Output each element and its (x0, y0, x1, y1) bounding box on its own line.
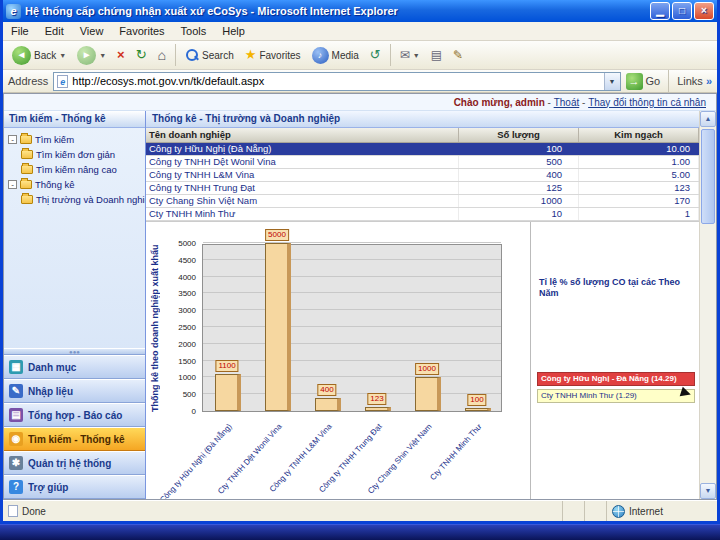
greeting-separator: - (545, 97, 554, 108)
table-row[interactable]: Công ty TNHH Dệt Wonil Vina5001.00 (146, 156, 699, 169)
nav-button-label: Trợ giúp (28, 482, 68, 493)
links-menu[interactable]: Links » (677, 75, 712, 87)
back-button[interactable]: ◄ Back ▼ (7, 43, 71, 68)
scrollbar-track[interactable] (700, 127, 716, 483)
address-dropdown-icon[interactable]: ▼ (604, 73, 620, 90)
menu-item-favorites[interactable]: Favorites (111, 23, 172, 39)
y-axis-tick-label: 3000 (146, 306, 196, 315)
folder-icon (20, 180, 32, 189)
tree-expander-icon[interactable]: - (8, 180, 17, 189)
table-row[interactable]: Công ty Hữu Nghị (Đà Nẵng)10010.00 (146, 143, 699, 156)
refresh-button[interactable]: ↻ (131, 43, 152, 67)
nav-button-report[interactable]: ▤Tổng hợp - Báo cáo (4, 403, 145, 427)
splitter-grip[interactable]: ●●● (4, 348, 145, 355)
bar-value-label: 5000 (265, 229, 289, 241)
table-row[interactable]: Cty Chang Shin Việt Nam1000170 (146, 195, 699, 208)
address-url[interactable]: http://ecosys.mot.gov.vn/tk/default.aspx (72, 75, 599, 87)
y-axis-tick-label: 500 (146, 390, 196, 399)
y-axis-tick-label: 4500 (146, 256, 196, 265)
tree-item[interactable]: -Thống kê (4, 177, 145, 192)
chart-bar[interactable] (265, 243, 291, 411)
bar-value-label: 1100 (215, 360, 238, 372)
tree-item[interactable]: -Tìm kiếm (4, 132, 145, 147)
legend-item[interactable]: Công ty Hữu Nghị - Đà Nẵng (14.29) (537, 372, 695, 386)
tree-item[interactable]: Tìm kiếm đơn giản (4, 147, 145, 162)
menu-item-help[interactable]: Help (214, 23, 253, 39)
document-icon (8, 505, 18, 517)
history-button[interactable]: ↺ (365, 43, 386, 67)
back-dropdown-icon[interactable]: ▼ (59, 52, 66, 59)
chart-bar[interactable] (315, 398, 341, 411)
nav-button-catalog[interactable]: ▦Danh mục (4, 355, 145, 379)
favorites-button[interactable]: ★ Favorites (240, 43, 306, 67)
cell-turnover: 10.00 (579, 143, 699, 155)
chart-legend: Công ty Hữu Nghị - Đà Nẵng (14.29)Cty TN… (537, 372, 695, 403)
title-bar[interactable]: e Hệ thống cấp chứng nhận xuất xứ eCoSys… (3, 0, 717, 22)
menu-item-file[interactable]: File (3, 23, 37, 39)
main-panel: Thống kê - Thị trường và Doanh nghiệp Tê… (146, 111, 699, 499)
forward-dropdown-icon[interactable]: ▼ (99, 52, 106, 59)
tree-item[interactable]: Tìm kiếm nâng cao (4, 162, 145, 177)
minimize-button[interactable]: ▁ (650, 2, 670, 20)
vertical-scrollbar[interactable]: ▲ ▼ (699, 111, 716, 499)
column-header[interactable]: Tên doanh nghiệp (146, 128, 459, 142)
cell-turnover: 5.00 (579, 169, 699, 181)
edit-button[interactable]: ✎ (448, 43, 468, 67)
stop-button[interactable]: × (112, 43, 130, 67)
status-message-pane: Done (3, 501, 563, 521)
cell-turnover: 1.00 (579, 156, 699, 168)
go-label: Go (646, 75, 661, 87)
edit-icon: ✎ (453, 46, 463, 64)
home-button[interactable]: ⌂ (153, 43, 171, 67)
y-axis-tick-label: 2500 (146, 323, 196, 332)
mail-button[interactable]: ✉▼ (395, 43, 425, 67)
table-row[interactable]: Cty TNHH Minh Thư101 (146, 208, 699, 221)
table-row[interactable]: Công ty TNHH L&M Vina4005.00 (146, 169, 699, 182)
scrollbar-thumb[interactable] (701, 129, 715, 224)
nav-button-label: Tổng hợp - Báo cáo (28, 410, 122, 421)
go-button[interactable]: → Go (626, 73, 661, 90)
chart-bar[interactable] (215, 374, 241, 411)
y-axis-tick-label: 3500 (146, 289, 196, 298)
close-button[interactable]: × (694, 2, 714, 20)
logout-link[interactable]: Thoát (554, 97, 580, 108)
menu-item-tools[interactable]: Tools (173, 23, 215, 39)
chart-bar[interactable] (465, 408, 491, 411)
mail-dropdown-icon[interactable]: ▼ (413, 52, 420, 59)
column-header[interactable]: Kim ngạch (579, 128, 699, 142)
legend-item[interactable]: Cty TNHH Minh Thư (1.29) (537, 389, 695, 403)
menu-item-view[interactable]: View (72, 23, 112, 39)
menu-item-edit[interactable]: Edit (37, 23, 72, 39)
taskbar[interactable] (0, 524, 720, 540)
maximize-button[interactable]: □ (672, 2, 692, 20)
tree-expander-icon[interactable]: - (8, 135, 17, 144)
nav-button-help[interactable]: ?Trợ giúp (4, 475, 145, 499)
forward-button[interactable]: ► ▼ (72, 43, 111, 68)
zone-text: Internet (629, 506, 663, 517)
address-input[interactable]: e http://ecosys.mot.gov.vn/tk/default.as… (53, 72, 620, 91)
chart-section: Thống kê theo doanh nghiệp xuất khẩu 050… (146, 221, 699, 499)
nav-button-input[interactable]: ✎Nhập liệu (4, 379, 145, 403)
page-content: Chào mừng, admin - Thoát - Thay đổi thôn… (3, 93, 717, 500)
nav-button-search-stats[interactable]: ◉Tìm kiếm - Thống kê (4, 427, 145, 451)
search-button[interactable]: Search (180, 45, 239, 65)
column-header[interactable]: Số lượng (459, 128, 579, 142)
print-button[interactable]: ▤ (426, 43, 447, 67)
scroll-up-button[interactable]: ▲ (700, 111, 716, 127)
scroll-down-button[interactable]: ▼ (700, 483, 716, 499)
cell-company-name: Công ty TNHH Trung Đạt (146, 182, 459, 194)
chart-bar[interactable] (415, 377, 441, 411)
y-axis-tick-label: 1500 (146, 357, 196, 366)
sidebar-header: Tìm kiếm - Thống kê (4, 111, 145, 128)
media-button[interactable]: ♪ Media (307, 44, 364, 67)
table-row[interactable]: Công ty TNHH Trung Đạt125123 (146, 182, 699, 195)
nav-button-admin[interactable]: ✱Quản trị hệ thống (4, 451, 145, 475)
chart-title: Tỉ lệ % số lượng CO tại các Theo Năm (539, 277, 695, 299)
nav-button-label: Nhập liệu (28, 386, 73, 397)
chart-bar[interactable] (365, 407, 391, 411)
cell-quantity: 10 (459, 208, 579, 220)
tree-item[interactable]: Thị trường và Doanh nghiệp (4, 192, 145, 207)
bar-value-label: 400 (317, 384, 336, 396)
chevron-icon: » (706, 75, 712, 87)
change-info-link[interactable]: Thay đổi thông tin cá nhân (588, 97, 706, 108)
